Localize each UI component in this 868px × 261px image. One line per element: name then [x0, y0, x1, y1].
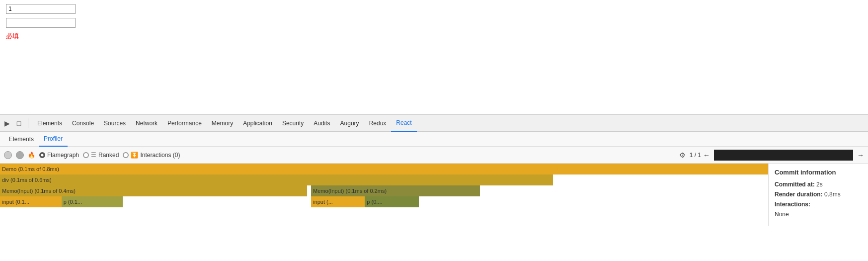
flame-bar-demo[interactable]: Demo (0.1ms of 0.8ms): [0, 164, 768, 174]
committed-at-val: 2s: [816, 181, 823, 188]
flame-bar-memo1[interactable]: Memo(Input) (0.1ms of 0.4ms): [0, 185, 307, 196]
required-label: 必填: [6, 32, 862, 41]
tab-network[interactable]: Network: [131, 115, 162, 132]
sub-tab-elements[interactable]: Elements: [4, 132, 39, 147]
render-duration-val: 0.8ms: [824, 191, 841, 198]
commit-panel-title: Commit information: [775, 169, 862, 176]
next-commit-btn[interactable]: →: [857, 151, 864, 159]
main-tab-bar: ▶ □ Elements Console Sources Network Per…: [0, 115, 868, 132]
input-field-1[interactable]: [6, 4, 76, 14]
prev-commit-btn[interactable]: ←: [703, 151, 710, 159]
render-duration-row: Render duration: 0.8ms: [775, 191, 862, 198]
ranked-radio-btn[interactable]: ☰ Ranked: [83, 152, 119, 159]
tab-redux[interactable]: Redux: [364, 115, 392, 132]
flame-bar-input2[interactable]: input (...: [311, 196, 365, 207]
flamegraph-area: Demo (0.1ms of 0.8ms) div (0.1ms of 0.6m…: [0, 164, 868, 226]
input-field-2[interactable]: [6, 18, 76, 28]
sub-tab-bar: Elements Profiler: [0, 132, 868, 147]
ranked-radio-dot: [83, 152, 89, 158]
commit-nav-text: 1 / 1: [690, 152, 701, 159]
flame-row-4: input (0.1... p (0.1... input (... p (0.…: [0, 196, 768, 207]
device-icon[interactable]: □: [14, 118, 24, 128]
flame-bar-p2[interactable]: p (0....: [365, 196, 418, 207]
tab-audits[interactable]: Audits: [309, 115, 335, 132]
tab-memory[interactable]: Memory: [207, 115, 238, 132]
committed-at-row: Committed at: 2s: [775, 181, 862, 188]
commit-panel: Commit information Committed at: 2s Rend…: [769, 164, 868, 226]
render-duration-label: Render duration:: [775, 191, 823, 198]
ranked-text: Ranked: [98, 152, 119, 159]
flamegraph-main: Demo (0.1ms of 0.8ms) div (0.1ms of 0.6m…: [0, 164, 769, 226]
tab-react[interactable]: React: [391, 115, 416, 132]
interactions-value: None: [775, 211, 789, 218]
interactions-info-label: Interactions:: [775, 201, 810, 208]
tab-bar-icons: ▶ □: [2, 118, 28, 128]
settings-icon[interactable]: ⚙: [679, 151, 686, 159]
tab-security[interactable]: Security: [277, 115, 309, 132]
flame-row-1: Demo (0.1ms of 0.8ms): [0, 164, 768, 174]
profiler-toolbar: 🔥 Flamegraph ☰ Ranked ⏬ Interactions (0)…: [0, 147, 868, 164]
tab-elements[interactable]: Elements: [32, 115, 67, 132]
interactions-value-row: None: [775, 211, 862, 218]
commit-bar: [714, 150, 853, 161]
tab-application[interactable]: Application: [238, 115, 277, 132]
committed-at-label: Committed at:: [775, 181, 815, 188]
interactions-radio-dot: [123, 152, 129, 158]
sub-tab-profiler[interactable]: Profiler: [39, 132, 68, 147]
flamegraph-radio-btn[interactable]: Flamegraph: [39, 152, 79, 159]
flame-bar-memo2[interactable]: Memo(Input) (0.1ms of 0.2ms): [311, 185, 480, 196]
flame-bar-input1[interactable]: input (0.1...: [0, 196, 62, 207]
interactions-icon: ⏬: [131, 152, 138, 159]
flame-row-2: div (0.1ms of 0.6ms): [0, 174, 768, 185]
flame-icon: 🔥: [28, 152, 35, 159]
interactions-row: Interactions:: [775, 201, 862, 208]
form-area: 必填: [0, 0, 868, 114]
flamegraph-radio-dot: [39, 152, 45, 158]
interactions-label: Interactions (0): [140, 152, 180, 159]
devtools-panel: ▶ □ Elements Console Sources Network Per…: [0, 114, 868, 226]
inspect-icon[interactable]: ▶: [2, 118, 12, 128]
interactions-radio-btn[interactable]: ⏬ Interactions (0): [123, 152, 180, 159]
tab-console[interactable]: Console: [67, 115, 99, 132]
flame-row-3: Memo(Input) (0.1ms of 0.4ms) Memo(Input)…: [0, 185, 768, 196]
tab-augury[interactable]: Augury: [335, 115, 364, 132]
record-button[interactable]: [4, 151, 12, 159]
tab-performance[interactable]: Performance: [162, 115, 207, 132]
flame-bar-p1[interactable]: p (0.1...: [62, 196, 123, 207]
commit-nav: 1 / 1 ←: [690, 151, 710, 159]
flame-bar-div[interactable]: div (0.1ms of 0.6ms): [0, 174, 553, 185]
stop-record-button[interactable]: [16, 151, 24, 159]
ranked-label: ☰: [91, 152, 96, 159]
tab-sources[interactable]: Sources: [99, 115, 131, 132]
flamegraph-label: Flamegraph: [47, 152, 79, 159]
